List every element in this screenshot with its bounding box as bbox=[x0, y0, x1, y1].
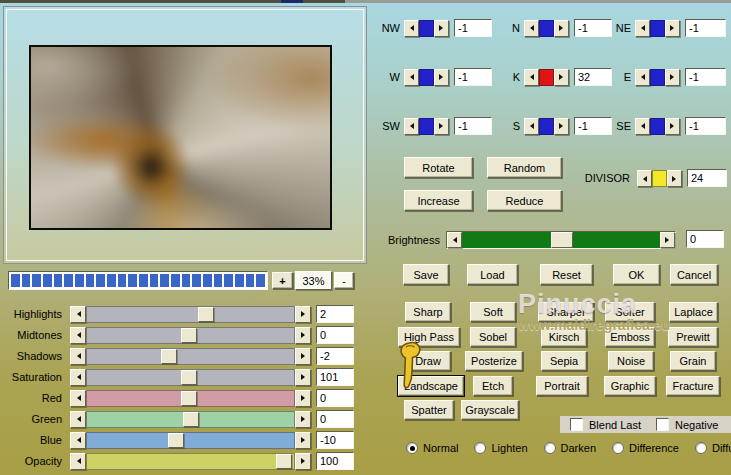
preview-image[interactable] bbox=[29, 45, 332, 230]
reduce-button[interactable]: Reduce bbox=[487, 190, 562, 211]
red-thumb[interactable] bbox=[181, 391, 197, 406]
ok-button[interactable]: OK bbox=[613, 264, 660, 285]
filter-noise-button[interactable]: Noise bbox=[608, 351, 654, 371]
k-thumb[interactable] bbox=[539, 69, 554, 86]
midtones-track[interactable] bbox=[86, 327, 295, 344]
brightness-value-input[interactable] bbox=[686, 230, 724, 248]
filter-high-pass-button[interactable]: High Pass bbox=[398, 327, 460, 347]
opacity-value-input[interactable] bbox=[316, 452, 354, 470]
brightness-thumb[interactable] bbox=[551, 232, 573, 248]
right-arrow-button[interactable] bbox=[434, 69, 449, 86]
shadows-left-arrow[interactable] bbox=[70, 348, 86, 365]
ne-value-input[interactable] bbox=[685, 19, 726, 37]
rotate-button[interactable]: Rotate bbox=[404, 157, 473, 178]
opacity-left-arrow[interactable] bbox=[70, 453, 86, 470]
filter-grayscale-button[interactable]: Grayscale bbox=[461, 400, 519, 420]
left-arrow-button[interactable] bbox=[635, 118, 650, 135]
se-value-input[interactable] bbox=[685, 117, 726, 135]
red-left-arrow[interactable] bbox=[70, 390, 86, 407]
save-button[interactable]: Save bbox=[403, 264, 449, 285]
red-right-arrow[interactable] bbox=[295, 390, 311, 407]
right-arrow-button[interactable] bbox=[434, 20, 449, 37]
saturation-left-arrow[interactable] bbox=[70, 369, 86, 386]
saturation-right-arrow[interactable] bbox=[295, 369, 311, 386]
filter-portrait-button[interactable]: Portrait bbox=[536, 376, 588, 396]
blend-last-checkbox[interactable] bbox=[570, 418, 583, 431]
difference-radio[interactable] bbox=[612, 442, 624, 454]
opacity-track[interactable] bbox=[86, 453, 295, 470]
right-arrow-button[interactable] bbox=[554, 118, 569, 135]
opacity-thumb[interactable] bbox=[276, 454, 292, 469]
brightness-right-arrow[interactable] bbox=[660, 232, 675, 248]
filter-etch-button[interactable]: Etch bbox=[473, 376, 513, 396]
right-arrow-button[interactable] bbox=[665, 118, 680, 135]
cancel-button[interactable]: Cancel bbox=[670, 264, 718, 285]
filter-soft-button[interactable]: Soft bbox=[470, 302, 516, 322]
negative-checkbox[interactable] bbox=[656, 418, 669, 431]
midtones-thumb[interactable] bbox=[181, 328, 197, 343]
filter-laplace-button[interactable]: Laplace bbox=[669, 302, 718, 322]
filter-sharp-button[interactable]: Sharp bbox=[405, 302, 451, 322]
e-scrollbar[interactable] bbox=[635, 69, 680, 86]
right-arrow-button[interactable] bbox=[667, 170, 682, 187]
blue-right-arrow[interactable] bbox=[295, 432, 311, 449]
left-arrow-button[interactable] bbox=[404, 69, 419, 86]
right-arrow-button[interactable] bbox=[434, 118, 449, 135]
green-track[interactable] bbox=[86, 411, 295, 428]
ne-scrollbar[interactable] bbox=[635, 20, 680, 37]
green-value-input[interactable] bbox=[316, 410, 354, 428]
load-button[interactable]: Load bbox=[467, 264, 518, 285]
left-arrow-button[interactable] bbox=[524, 20, 539, 37]
divisor-scrollbar[interactable] bbox=[637, 170, 682, 187]
left-arrow-button[interactable] bbox=[404, 118, 419, 135]
left-arrow-button[interactable] bbox=[524, 118, 539, 135]
k-scrollbar[interactable] bbox=[524, 69, 569, 86]
filter-spatter-button[interactable]: Spatter bbox=[404, 400, 454, 420]
left-arrow-button[interactable] bbox=[635, 69, 650, 86]
left-arrow-button[interactable] bbox=[524, 69, 539, 86]
highlights-thumb[interactable] bbox=[198, 307, 214, 322]
increase-button[interactable]: Increase bbox=[404, 190, 473, 211]
right-arrow-button[interactable] bbox=[554, 69, 569, 86]
s-thumb[interactable] bbox=[539, 118, 554, 135]
blue-left-arrow[interactable] bbox=[70, 432, 86, 449]
saturation-thumb[interactable] bbox=[181, 370, 197, 385]
brightness-track[interactable] bbox=[462, 232, 660, 248]
left-arrow-button[interactable] bbox=[635, 20, 650, 37]
e-value-input[interactable] bbox=[685, 68, 726, 86]
filter-sharper-button[interactable]: Sharper bbox=[538, 302, 594, 322]
filter-softer-button[interactable]: Softer bbox=[605, 302, 655, 322]
right-arrow-button[interactable] bbox=[665, 69, 680, 86]
filter-fracture-button[interactable]: Fracture bbox=[666, 376, 720, 396]
normal-radio[interactable] bbox=[406, 442, 418, 454]
divisor-thumb[interactable] bbox=[652, 170, 667, 187]
se-scrollbar[interactable] bbox=[635, 118, 680, 135]
lighten-radio[interactable] bbox=[474, 442, 486, 454]
filter-graphic-button[interactable]: Graphic bbox=[604, 376, 656, 396]
filter-sepia-button[interactable]: Sepia bbox=[541, 351, 587, 371]
darken-radio[interactable] bbox=[544, 442, 556, 454]
right-arrow-button[interactable] bbox=[554, 20, 569, 37]
nw-scrollbar[interactable] bbox=[404, 20, 449, 37]
w-scrollbar[interactable] bbox=[404, 69, 449, 86]
red-value-input[interactable] bbox=[316, 389, 354, 407]
shadows-track[interactable] bbox=[86, 348, 295, 365]
sw-value-input[interactable] bbox=[454, 117, 492, 135]
nw-thumb[interactable] bbox=[419, 20, 434, 37]
filter-posterize-button[interactable]: Posterize bbox=[465, 351, 523, 371]
se-thumb[interactable] bbox=[650, 118, 665, 135]
brightness-slider[interactable] bbox=[446, 231, 676, 249]
right-arrow-button[interactable] bbox=[665, 20, 680, 37]
w-thumb[interactable] bbox=[419, 69, 434, 86]
w-value-input[interactable] bbox=[454, 68, 492, 86]
e-thumb[interactable] bbox=[650, 69, 665, 86]
zoom-out-button[interactable]: - bbox=[334, 272, 354, 289]
saturation-track[interactable] bbox=[86, 369, 295, 386]
shadows-value-input[interactable] bbox=[316, 347, 354, 365]
opacity-right-arrow[interactable] bbox=[295, 453, 311, 470]
filter-prewitt-button[interactable]: Prewitt bbox=[668, 327, 718, 347]
highlights-right-arrow[interactable] bbox=[295, 306, 311, 323]
midtones-value-input[interactable] bbox=[316, 326, 354, 344]
left-arrow-button[interactable] bbox=[404, 20, 419, 37]
sw-scrollbar[interactable] bbox=[404, 118, 449, 135]
